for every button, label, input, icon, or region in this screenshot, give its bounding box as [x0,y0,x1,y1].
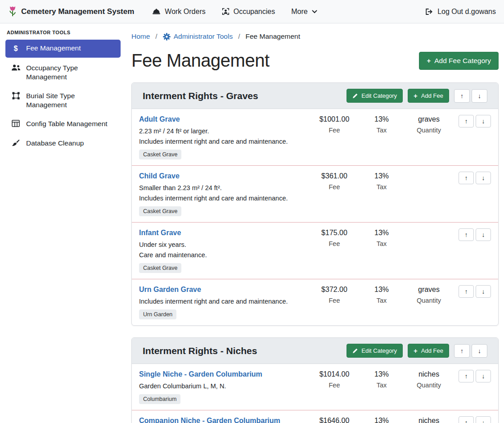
fee-amount-column: $1014.00 Fee [307,370,361,389]
move-fee-up-button[interactable]: ↑ [459,370,474,382]
move-fee-up-button[interactable]: ↑ [459,416,474,423]
fee-name-link[interactable]: Companion Niche - Garden Columbarium [139,417,280,423]
fee-reorder-buttons: ↑ ↓ [456,172,491,184]
nav-more-label: More [291,8,307,16]
main-content: Home / Administrator Tools / Fee Managem… [126,23,504,423]
move-fee-up-button[interactable]: ↑ [459,228,474,241]
sidebar-item-database-cleanup[interactable]: Database Cleanup [5,135,121,152]
fee-tax-label: Tax [361,297,402,304]
move-fee-down-button[interactable]: ↓ [476,172,491,184]
fee-row-infant-grave: Infant Grave Under six years. Care and m… [132,223,498,279]
breadcrumb-current: Fee Management [246,32,301,41]
category-title: Interment Rights - Niches [143,346,346,356]
fee-quantity: niches [402,417,456,423]
move-category-up-button[interactable]: ↑ [454,344,470,358]
move-fee-up-button[interactable]: ↑ [459,115,474,127]
add-fee-button[interactable]: + Add Fee [408,89,449,103]
sidebar-item-label: Config Table Management [26,119,108,128]
move-fee-up-button[interactable]: ↑ [459,172,474,184]
add-fee-button[interactable]: + Add Fee [408,344,449,358]
breadcrumb-admin-tools[interactable]: Administrator Tools [163,32,233,41]
fee-description-line: Includes interment right and care and ma… [139,138,307,145]
move-fee-down-button[interactable]: ↓ [476,370,491,382]
category-header: Interment Rights - Graves Edit Category … [132,83,498,109]
fee-type-badge: Columbarium [139,394,180,404]
fee-name-link[interactable]: Infant Grave [139,229,181,237]
plus-icon: + [414,92,418,99]
category-reorder-buttons: ↑ ↓ [454,344,487,358]
breadcrumb-admin-tools-label: Administrator Tools [174,32,233,41]
edit-category-button[interactable]: Edit Category [346,344,403,358]
navbar-brand[interactable]: Cemetery Management System [8,5,134,18]
fee-tax-column: 13% Tax [361,115,402,134]
move-category-down-button[interactable]: ↓ [472,89,487,103]
edit-category-button[interactable]: Edit Category [346,89,403,103]
fee-tax: 13% [361,417,402,423]
vector-square-icon [11,92,21,100]
fee-description-line: Smaller than 2.23 m² / 24 ft². [139,184,307,191]
table-icon [11,120,21,127]
move-category-up-button[interactable]: ↑ [454,89,470,103]
fee-amount-column: $175.00 Fee [307,228,361,247]
fee-name-link[interactable]: Child Grave [139,172,180,180]
add-fee-category-button[interactable]: + Add Fee Category [419,52,499,70]
fee-name-link[interactable]: Urn Garden Grave [139,286,201,294]
fee-reorder-buttons: ↑ ↓ [456,228,491,241]
fee-tax: 13% [361,370,402,378]
fee-tax-column: 13% Tax [361,228,402,247]
hard-hat-icon [152,8,161,15]
add-fee-label: Add Fee [421,347,443,354]
fee-name-link[interactable]: Adult Grave [139,115,180,123]
add-fee-category-label: Add Fee Category [434,57,491,65]
fee-amount-label: Fee [307,297,361,304]
tulip-logo-icon [8,5,17,18]
fee-quantity-column: graves Quantity [402,115,456,134]
page-header: Fee Management + Add Fee Category [131,50,499,71]
fee-tax-label: Tax [361,382,402,389]
nav-more-dropdown[interactable]: More [291,8,317,16]
category-actions: Edit Category + Add Fee ↑ ↓ [346,344,487,358]
sidebar-item-config-table-management[interactable]: Config Table Management [5,115,121,132]
nav-occupancies[interactable]: Occupancies [222,8,275,16]
fee-amount: $372.00 [307,286,361,294]
category-title: Interment Rights - Graves [143,91,346,101]
nav-logout[interactable]: Log Out d.gowans [425,8,496,16]
sidebar-item-occupancy-type-management[interactable]: Occupancy Type Management [5,59,121,86]
move-fee-down-button[interactable]: ↓ [476,115,491,127]
move-fee-down-button[interactable]: ↓ [476,285,491,298]
breadcrumb-separator: / [238,32,240,41]
app-title: Cemetery Management System [21,7,134,16]
fee-row-child-grave: Child Grave Smaller than 2.23 m² / 24 ft… [132,166,498,223]
nav-occupancies-label: Occupancies [234,8,275,16]
category-actions: Edit Category + Add Fee ↑ ↓ [346,89,487,103]
fee-tax-label: Tax [361,240,402,247]
fee-tax-label: Tax [361,127,402,134]
fee-description-line: Garden Columbarium L, M, N. [139,382,307,390]
fee-description-line: Includes interment right and care and ma… [139,298,307,305]
fee-amount-column: $361.00 Fee [307,172,361,191]
gear-icon [163,33,171,41]
fee-quantity: graves [402,115,456,123]
fee-type-badge: Casket Grave [139,206,181,216]
fee-description-line: Care and maintenance. [139,251,307,259]
nav-work-orders[interactable]: Work Orders [152,8,205,16]
sidebar-item-fee-management[interactable]: $ Fee Management [5,40,121,58]
fee-amount-column: $1001.00 Fee [307,115,361,134]
move-fee-down-button[interactable]: ↓ [476,228,491,241]
fee-quantity-label: Quantity [402,127,456,134]
move-category-down-button[interactable]: ↓ [472,344,487,358]
fee-amount: $1646.00 [307,417,361,423]
fee-name-link[interactable]: Single Niche - Garden Columbarium [139,370,262,378]
fee-quantity-column: niches Quantity [402,416,456,423]
fee-amount: $175.00 [307,229,361,237]
move-fee-down-button[interactable]: ↓ [476,416,491,423]
sidebar-item-burial-site-type-management[interactable]: Burial Site Type Management [5,87,121,114]
fee-quantity-column [402,172,456,172]
fee-amount-label: Fee [307,127,361,134]
breadcrumb-home[interactable]: Home [131,32,150,41]
fee-tax: 13% [361,172,402,180]
plus-icon: + [414,347,418,354]
pencil-icon [352,93,358,99]
move-fee-up-button[interactable]: ↑ [459,285,474,298]
sidebar-item-label: Burial Site Type Management [26,91,115,109]
